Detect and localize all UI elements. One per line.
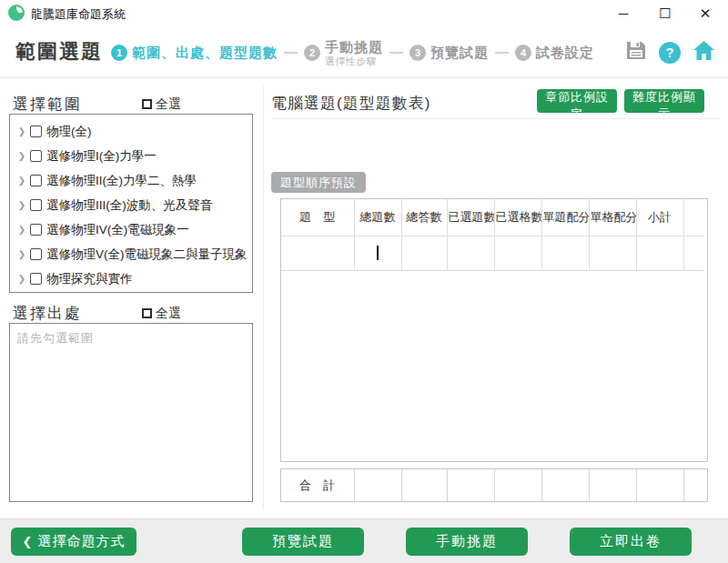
tree-checkbox[interactable] xyxy=(30,126,42,137)
col-header-type: 題 型 xyxy=(281,199,354,236)
close-icon[interactable]: ✕ xyxy=(684,0,726,27)
step-1-number: 1 xyxy=(111,45,127,61)
manual-pick-button[interactable]: 手動挑題 xyxy=(406,528,528,556)
col-header-subtotal: 小計 xyxy=(636,199,683,236)
tree-checkbox[interactable] xyxy=(30,175,42,186)
help-icon[interactable]: ? xyxy=(659,42,681,64)
total-subtotal xyxy=(636,469,683,501)
tree-item-inquiry-practice[interactable]: ❯ 物理探究與實作 xyxy=(15,266,252,291)
col-header-total-questions: 總題數 xyxy=(354,199,401,236)
source-placeholder: 請先勾選範圍 xyxy=(17,331,94,345)
source-select-all-checkbox[interactable] xyxy=(142,308,152,318)
step-1-range[interactable]: 1 範圍、出處、題型題數 xyxy=(111,45,278,62)
col-header-blank xyxy=(683,199,703,236)
step-2-number: 2 xyxy=(304,45,320,61)
expand-chevron-icon[interactable]: ❯ xyxy=(15,126,28,136)
expand-chevron-icon[interactable]: ❯ xyxy=(15,176,28,186)
minimize-icon[interactable]: ─ xyxy=(602,0,644,27)
step-indicator: 1 範圍、出處、題型題數 2 手動挑題 選擇性步驟 3 預覽試題 4 試卷設定 xyxy=(111,27,594,78)
step-connector xyxy=(284,52,298,54)
cell-points-per-cell[interactable] xyxy=(589,236,636,270)
computer-selection-title: 電腦選題(題型題數表) xyxy=(271,93,430,114)
tree-checkbox[interactable] xyxy=(30,150,42,162)
tree-checkbox[interactable] xyxy=(30,248,42,260)
col-header-total-answers: 總答數 xyxy=(401,199,447,236)
chevron-left-icon: ❮ xyxy=(23,535,34,548)
app-logo-icon xyxy=(8,5,25,21)
expand-chevron-icon[interactable]: ❯ xyxy=(15,225,28,235)
cell-points-per-question[interactable] xyxy=(541,236,589,270)
col-header-selected-questions: 已選題數 xyxy=(447,199,494,236)
col-header-points-per-question: 單題配分 xyxy=(541,199,589,236)
choose-method-back-button[interactable]: ❮ 選擇命題方式 xyxy=(11,528,136,556)
range-section-title: 選擇範圍 xyxy=(13,94,82,115)
cell-selected-questions[interactable] xyxy=(447,236,494,270)
table-header-row: 題 型 總題數 總答數 已選題數 已選格數 單題配分 單格配分 小計 xyxy=(281,199,703,236)
text-cursor xyxy=(377,246,379,260)
page-title: 範圍選題 xyxy=(15,38,103,65)
tree-item-elective-3[interactable]: ❯ 選修物理III(全)波動、光及聲音 xyxy=(15,193,252,217)
cell-total-questions-input[interactable] xyxy=(354,236,401,270)
total-row: 合 計 xyxy=(280,468,708,502)
question-type-table: 題 型 總題數 總答數 已選題數 已選格數 單題配分 單格配分 小計 xyxy=(280,198,708,462)
source-select-all[interactable]: 全選 xyxy=(142,303,181,324)
step-4-paper-settings[interactable]: 4 試卷設定 xyxy=(515,45,594,62)
total-total-questions xyxy=(354,469,401,501)
title-bar: 龍騰題庫命題系統 ─ ☐ ✕ xyxy=(0,0,728,27)
type-order-default-button[interactable]: 題型順序預設 xyxy=(271,172,366,193)
range-tree: ❯ 物理(全) ❯ 選修物理I(全)力學一 ❯ 選修物理II(全)力學二、熱學 … xyxy=(9,114,253,293)
tree-item-elective-5[interactable]: ❯ 選修物理V(全)電磁現象二與量子現象 xyxy=(15,242,252,266)
step-3-preview[interactable]: 3 預覽試題 xyxy=(410,45,489,62)
cell-total-answers[interactable] xyxy=(401,236,447,270)
col-header-selected-cells: 已選格數 xyxy=(494,199,541,236)
total-blank xyxy=(683,469,707,501)
cell-blank xyxy=(683,236,703,270)
total-total-answers xyxy=(401,469,447,501)
tree-checkbox[interactable] xyxy=(30,199,42,211)
window-title: 龍騰題庫命題系統 xyxy=(31,6,126,23)
tree-item-elective-2[interactable]: ❯ 選修物理II(全)力學二、熱學 xyxy=(15,168,252,193)
range-select-all-checkbox[interactable] xyxy=(142,99,152,109)
cell-selected-cells[interactable] xyxy=(494,236,541,270)
tree-item-physics-all[interactable]: ❯ 物理(全) xyxy=(15,119,252,144)
save-icon[interactable] xyxy=(625,40,647,65)
total-label: 合 計 xyxy=(281,469,354,501)
tree-item-elective-1[interactable]: ❯ 選修物理I(全)力學一 xyxy=(15,144,252,168)
cell-type[interactable] xyxy=(281,236,354,270)
expand-chevron-icon[interactable]: ❯ xyxy=(15,200,28,210)
step-3-number: 3 xyxy=(410,45,426,61)
header: 範圍選題 1 範圍、出處、題型題數 2 手動挑題 選擇性步驟 3 預覽試題 4 … xyxy=(0,27,728,78)
source-section-title: 選擇出處 xyxy=(13,303,82,324)
expand-chevron-icon[interactable]: ❯ xyxy=(15,274,28,284)
generate-paper-button[interactable]: 立即出卷 xyxy=(570,528,692,556)
col-header-points-per-cell: 單格配分 xyxy=(589,199,636,236)
total-points-per-cell xyxy=(589,469,636,501)
step-connector xyxy=(389,52,403,54)
step-connector xyxy=(495,52,509,54)
cell-subtotal[interactable] xyxy=(636,236,683,270)
tree-item-elective-4[interactable]: ❯ 選修物理IV(全)電磁現象一 xyxy=(15,217,252,242)
preview-questions-button[interactable]: 預覽試題 xyxy=(242,528,364,556)
range-select-all[interactable]: 全選 xyxy=(142,94,181,115)
source-list: 請先勾選範圍 xyxy=(9,323,253,502)
chapter-ratio-button[interactable]: 章節比例設定 xyxy=(537,89,617,113)
step-4-number: 4 xyxy=(515,45,531,61)
total-selected-questions xyxy=(447,469,494,501)
home-icon[interactable] xyxy=(693,40,715,65)
section-divider xyxy=(271,118,719,119)
expand-chevron-icon[interactable]: ❯ xyxy=(15,151,28,161)
step-2-manual-pick[interactable]: 2 手動挑題 選擇性步驟 xyxy=(304,39,383,65)
panel-divider xyxy=(263,86,264,509)
tree-checkbox[interactable] xyxy=(30,224,42,236)
difficulty-ratio-button[interactable]: 難度比例顯示 xyxy=(624,89,704,113)
table-data-row xyxy=(281,236,703,270)
expand-chevron-icon[interactable]: ❯ xyxy=(15,249,28,259)
bottom-action-bar: ❮ 選擇命題方式 預覽試題 手動挑題 立即出卷 xyxy=(0,518,728,563)
total-selected-cells xyxy=(494,469,541,501)
tree-checkbox[interactable] xyxy=(30,273,42,285)
maximize-icon[interactable]: ☐ xyxy=(644,0,686,27)
total-points-per-question xyxy=(541,469,589,501)
